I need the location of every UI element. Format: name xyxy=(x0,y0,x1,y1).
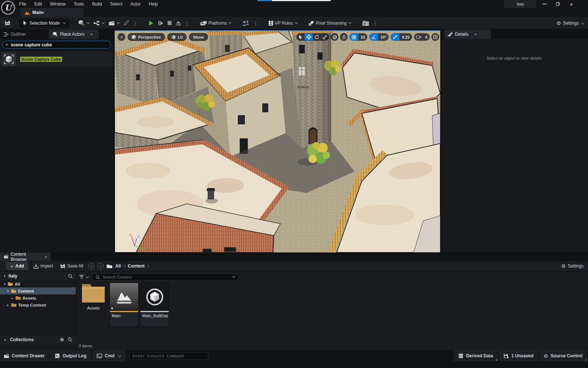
console-command-input[interactable] xyxy=(133,354,205,358)
tab-outliner[interactable]: Outliner xyxy=(0,29,49,39)
asset-item-main[interactable]: * Main xyxy=(110,283,139,327)
tree-item-content[interactable]: ▾ Content xyxy=(0,287,76,294)
surface-snapping-button[interactable] xyxy=(340,33,348,41)
restore-button[interactable] xyxy=(552,0,563,8)
multi-user-menu[interactable]: ⋮ xyxy=(251,20,259,26)
search-result-scene-capture-cube[interactable]: Scene Capture Cube xyxy=(0,52,113,67)
quick-add-actor-button[interactable]: + xyxy=(76,18,92,28)
close-details-tab[interactable]: × xyxy=(474,32,477,36)
blueprints-button[interactable] xyxy=(92,18,107,28)
menu-window[interactable]: Window xyxy=(50,1,66,7)
editor-settings-dropdown[interactable]: ⚙ Settings xyxy=(556,17,584,29)
viewport-lit-dropdown[interactable]: Lit xyxy=(167,33,187,41)
add-button[interactable]: + Add xyxy=(6,262,28,270)
cmd-dropdown[interactable]: Cmd xyxy=(92,350,126,361)
scale-snap-toggle[interactable] xyxy=(391,33,399,40)
rotation-snap-toggle[interactable] xyxy=(369,33,378,40)
camera-speed-button[interactable] xyxy=(414,33,423,40)
add-collection-icon[interactable]: ⊕ xyxy=(60,337,64,342)
grid-snap-toggle[interactable] xyxy=(349,33,358,40)
menu-edit[interactable]: Edit xyxy=(34,1,42,7)
content-drawer-button[interactable]: Content Drawer xyxy=(0,350,49,361)
collections-section[interactable]: ▸ Collections ⊕ xyxy=(0,335,76,344)
close-button[interactable]: × xyxy=(566,0,577,8)
vp-roles-dropdown[interactable]: VP Roles xyxy=(266,18,300,28)
play-button[interactable] xyxy=(146,18,156,28)
tab-content-browser[interactable]: Content Browser × xyxy=(0,252,51,261)
place-actors-search[interactable]: × xyxy=(2,41,111,49)
tree-item-temp-content[interactable]: ▸ Temp Content xyxy=(0,301,76,308)
unsaved-changes-button[interactable]: 1 Unsaved xyxy=(499,350,538,361)
content-search[interactable] xyxy=(92,273,239,281)
stop-button[interactable] xyxy=(165,18,174,28)
content-browser-settings[interactable]: ⚙ Settings xyxy=(561,263,584,269)
menu-help[interactable]: Help xyxy=(149,1,158,7)
open-folder-icon xyxy=(11,289,17,293)
menu-select[interactable]: Select xyxy=(110,1,122,7)
viewport-options-menu[interactable]: ≡ xyxy=(118,33,125,41)
select-tool-button[interactable] xyxy=(297,33,305,40)
skip-frame-button[interactable] xyxy=(156,18,165,28)
eject-button[interactable] xyxy=(174,18,183,28)
tab-details[interactable]: Details × xyxy=(444,29,491,39)
platforms-dropdown[interactable]: Platforms xyxy=(198,18,234,28)
level-viewport[interactable]: ≡ Perspective Lit Show xyxy=(115,30,440,252)
source-control-button[interactable]: ⊘ Source Control xyxy=(539,350,587,361)
selection-mode-dropdown[interactable]: Selection Mode xyxy=(19,19,69,28)
viewport-scene[interactable] xyxy=(115,31,440,252)
scale-snap-value[interactable]: 0.25 xyxy=(399,33,412,40)
save-all-button[interactable]: Save All xyxy=(58,263,85,269)
output-log-button[interactable]: Output Log xyxy=(50,350,91,361)
world-local-toggle[interactable] xyxy=(331,33,338,41)
save-button[interactable] xyxy=(3,18,12,28)
rotate-tool-button[interactable] xyxy=(313,33,321,40)
close-content-browser-tab[interactable]: × xyxy=(45,255,47,259)
launch-button[interactable] xyxy=(122,18,131,28)
search-icon[interactable] xyxy=(68,337,72,342)
media-options-menu[interactable]: ⋮ xyxy=(371,20,379,26)
rotation-snap-control: 10° xyxy=(369,33,389,41)
cinematics-button[interactable] xyxy=(107,18,122,28)
back-button[interactable]: ‹ xyxy=(88,263,94,269)
menu-file[interactable]: File xyxy=(19,1,26,7)
toolbar-overflow-menu[interactable]: ⋮ xyxy=(131,20,139,26)
tree-item-all[interactable]: ▾ All xyxy=(0,280,76,287)
menu-build[interactable]: Build xyxy=(92,1,102,7)
multi-user-button[interactable] xyxy=(240,18,251,28)
rotation-snap-value[interactable]: 10° xyxy=(378,33,388,40)
asset-item-assets-folder[interactable]: Assets xyxy=(79,283,108,327)
menu-tools[interactable]: Tools xyxy=(74,1,84,7)
import-button[interactable]: Import xyxy=(31,263,55,269)
sources-header[interactable]: ▾ Italy xyxy=(0,272,76,280)
camera-speed-value[interactable]: 4 xyxy=(423,33,430,40)
maximize-viewport-button[interactable] xyxy=(431,33,439,41)
menu-actor[interactable]: Actor xyxy=(130,1,141,7)
viewport-show-dropdown[interactable]: Show xyxy=(189,33,208,41)
badge-icon xyxy=(268,20,273,26)
pixel-streaming-dropdown[interactable]: Pixel Streaming xyxy=(306,18,353,28)
forward-button[interactable]: › xyxy=(97,263,104,269)
clear-search-icon[interactable]: × xyxy=(6,42,8,47)
breadcrumb-content[interactable]: Content xyxy=(128,263,144,269)
console-command-field[interactable] xyxy=(129,352,208,360)
tab-place-actors[interactable]: + Place Actors × xyxy=(49,29,98,39)
unsaved-asterisk: * xyxy=(111,306,113,312)
asset-item-main-builtdata[interactable]: Main_BuiltData xyxy=(140,283,169,327)
viewport-perspective-dropdown[interactable]: Perspective xyxy=(128,33,165,41)
scale-tool-button[interactable] xyxy=(321,33,329,40)
move-tool-button[interactable] xyxy=(305,33,313,40)
tree-item-assets[interactable]: ▸ Assets xyxy=(0,294,76,301)
minimize-button[interactable] xyxy=(539,0,550,8)
grid-snap-value[interactable]: 10 xyxy=(358,33,367,40)
place-actors-search-input[interactable] xyxy=(11,42,108,47)
content-search-input[interactable] xyxy=(103,275,230,279)
breadcrumb-all[interactable]: All xyxy=(115,263,121,269)
filter-dropdown[interactable] xyxy=(79,275,89,279)
transform-tools xyxy=(296,33,329,41)
play-options-menu[interactable]: ⋮ xyxy=(183,20,191,26)
tab-main-level[interactable]: Main• xyxy=(20,8,83,17)
derived-data-button[interactable]: Derived Data xyxy=(453,350,498,361)
close-place-actors-tab[interactable]: × xyxy=(90,32,93,36)
search-icon[interactable] xyxy=(68,274,73,279)
media-capture-button[interactable] xyxy=(360,18,371,28)
